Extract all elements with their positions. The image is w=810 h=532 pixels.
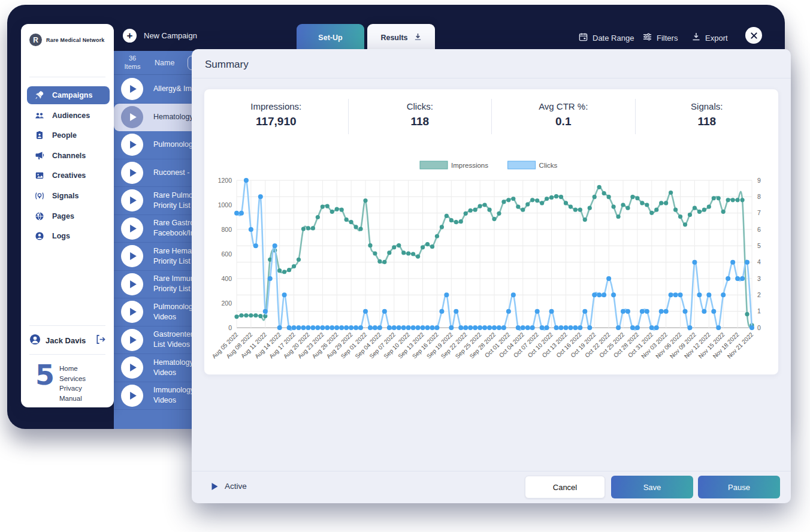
svg-text:6: 6 [757, 226, 761, 233]
sidebar-item-signals[interactable]: Signals [27, 187, 110, 205]
close-icon [751, 32, 757, 39]
logo: R Rare Medical Network [29, 34, 105, 46]
campaign-name: Rare GastroFacebook/In [153, 218, 195, 238]
export-download-icon [692, 32, 700, 43]
calendar-icon [579, 32, 588, 44]
new-campaign-label: New Campaign [144, 31, 197, 40]
chart-area: 0123456789Aug 05 2022Aug 08 2022Aug 11 2… [209, 156, 772, 376]
date-range-label: Date Range [593, 34, 634, 43]
play-icon [211, 482, 219, 491]
user-row[interactable]: Jack Davis [29, 334, 105, 347]
summary-card: Impressions:117,910Clicks:118Avg CTR %:0… [204, 89, 779, 375]
audiences-icon [35, 111, 44, 120]
stat-label: Signals: [636, 101, 779, 111]
play-icon [129, 224, 137, 233]
close-button[interactable] [745, 27, 762, 44]
play-button[interactable] [121, 273, 143, 295]
footer-links: HomeServicesPrivacyManual [59, 364, 86, 403]
stats-row: Impressions:117,910Clicks:118Avg CTR %:0… [204, 99, 778, 134]
svg-text:3: 3 [757, 275, 761, 282]
footer-link-services[interactable]: Services [59, 374, 86, 384]
svg-text:9: 9 [757, 177, 761, 184]
pause-button[interactable]: Pause [698, 476, 780, 498]
play-button[interactable] [121, 162, 143, 184]
play-icon [129, 168, 137, 177]
sidebar-item-channels[interactable]: Channels [27, 147, 110, 165]
creatives-icon [35, 171, 44, 180]
logout-icon[interactable] [95, 334, 105, 347]
filters-button[interactable]: Filters [643, 32, 678, 44]
sidebar-item-creatives[interactable]: Creatives [27, 167, 110, 185]
sidebar-item-campaigns[interactable]: Campaigns [27, 86, 110, 104]
play-button[interactable] [121, 301, 143, 323]
play-button[interactable] [121, 106, 143, 128]
play-button[interactable] [121, 329, 143, 351]
footer-link-home[interactable]: Home [59, 364, 86, 374]
campaign-name: HematologyVideos [153, 358, 194, 378]
tab-results-label: Results [380, 34, 407, 42]
logs-icon [35, 231, 44, 241]
channels-icon [35, 151, 44, 161]
play-icon [129, 280, 137, 289]
pages-icon [35, 211, 44, 221]
play-button[interactable] [121, 78, 143, 100]
stat-signals: Signals:118 [635, 99, 779, 134]
export-button[interactable]: Export [692, 32, 728, 43]
svg-text:1200: 1200 [218, 177, 232, 184]
logo-text: Rare Medical Network [46, 37, 105, 43]
sidebar-item-people[interactable]: People [27, 126, 110, 144]
play-icon [129, 391, 137, 400]
play-button[interactable] [121, 217, 143, 240]
user-name: Jack Davis [46, 336, 90, 345]
footer-link-privacy[interactable]: Privacy [59, 384, 86, 394]
sidebar-item-label: People [52, 131, 77, 140]
svg-text:0: 0 [228, 324, 232, 331]
footer-logo: 5 [35, 363, 55, 388]
footer-link-manual[interactable]: Manual [59, 394, 86, 404]
new-campaign-button[interactable]: + New Campaign [123, 29, 197, 43]
stat-label: Clicks: [349, 101, 492, 111]
campaign-name: Pulmonolog [153, 140, 193, 150]
play-button[interactable] [121, 245, 143, 267]
items-count: 36 Items [114, 55, 151, 71]
svg-text:7: 7 [757, 209, 761, 216]
campaign-name: Rare HematPriority List [153, 246, 194, 267]
save-button[interactable]: Save [611, 476, 693, 498]
stat-label: Avg CTR %: [492, 101, 635, 111]
date-range-button[interactable]: Date Range [579, 32, 634, 44]
divider [29, 325, 105, 326]
sidebar-item-audiences[interactable]: Audiences [27, 107, 110, 125]
campaign-name: PulmonologVideos [153, 302, 193, 322]
play-button[interactable] [121, 385, 143, 407]
sidebar-item-pages[interactable]: Pages [27, 207, 110, 225]
stat-clicks: Clicks:118 [348, 99, 492, 134]
svg-text:Clicks: Clicks [539, 162, 558, 169]
play-button[interactable] [121, 134, 143, 156]
sidebar-item-label: Campaigns [52, 91, 92, 99]
status-row: Active [211, 482, 247, 491]
export-label: Export [705, 34, 728, 43]
tab-results[interactable]: Results [367, 24, 435, 51]
stat-value: 117,910 [204, 115, 348, 128]
name-column-header: Name [155, 59, 174, 67]
svg-text:200: 200 [221, 300, 232, 307]
stat-value: 0.1 [492, 115, 635, 128]
svg-text:400: 400 [221, 275, 232, 282]
sidebar-item-logs[interactable]: Logs [27, 227, 110, 245]
cancel-button[interactable]: Cancel [525, 476, 605, 498]
svg-text:Impressions: Impressions [451, 162, 488, 169]
play-icon [129, 363, 137, 372]
campaign-name: Rare PulmonPriority List [153, 191, 197, 211]
tab-setup-label: Set-Up [318, 34, 342, 42]
play-button[interactable] [121, 356, 143, 379]
sidebar-item-label: Logs [52, 232, 70, 240]
sidebar-item-label: Channels [52, 152, 86, 160]
status-badge: Active [225, 482, 247, 491]
tab-setup[interactable]: Set-Up [297, 24, 364, 51]
svg-text:1000: 1000 [218, 201, 232, 208]
play-button[interactable] [121, 189, 143, 211]
plus-icon: + [123, 29, 137, 43]
svg-text:4: 4 [757, 258, 761, 265]
modal-title: Summary [205, 59, 249, 71]
sidebar-item-label: Creatives [52, 171, 86, 180]
